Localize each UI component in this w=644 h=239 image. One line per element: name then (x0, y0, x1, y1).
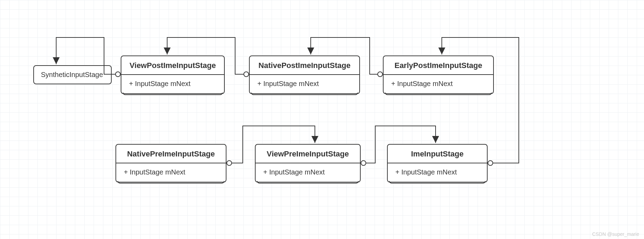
early-post-ime-box: EarlyPostImeInputStage + InputStage mNex… (383, 56, 494, 94)
svg-point-2 (378, 72, 383, 77)
svg-point-3 (488, 161, 493, 165)
ime-box: ImeInputStage + InputStage mNext (387, 144, 488, 182)
view-pre-ime-attr: + InputStage mNext (256, 163, 360, 182)
svg-point-4 (227, 161, 232, 165)
early-post-ime-title: EarlyPostImeInputStage (384, 56, 493, 75)
svg-point-1 (244, 72, 249, 77)
native-pre-ime-attr: + InputStage mNext (116, 163, 226, 182)
svg-point-0 (115, 72, 120, 77)
view-post-ime-box: ViewPostImeInputStage + InputStage mNext (121, 56, 225, 94)
native-post-ime-box: NativePostImeInputStage + InputStage mNe… (249, 56, 360, 94)
early-post-ime-attr: + InputStage mNext (384, 75, 493, 93)
watermark: CSDN @super_marie (592, 231, 639, 237)
view-pre-ime-title: ViewPreImeInputStage (256, 145, 360, 163)
ime-title: ImeInputStage (388, 145, 487, 163)
native-pre-ime-box: NativePreImeInputStage + InputStage mNex… (115, 144, 226, 182)
view-pre-ime-box: ViewPreImeInputStage + InputStage mNext (255, 144, 361, 182)
synthetic-input-stage-box: SyntheticInputStage (33, 65, 112, 84)
view-post-ime-title: ViewPostImeInputStage (121, 56, 224, 75)
ime-attr: + InputStage mNext (388, 163, 487, 182)
native-post-ime-title: NativePostImeInputStage (250, 56, 359, 75)
view-post-ime-attr: + InputStage mNext (121, 75, 224, 93)
synthetic-label: SyntheticInputStage (41, 71, 103, 78)
native-pre-ime-title: NativePreImeInputStage (116, 145, 226, 163)
svg-point-5 (361, 161, 366, 165)
connector-viewpost-to-synthetic (0, 0, 644, 239)
native-post-ime-attr: + InputStage mNext (250, 75, 359, 93)
